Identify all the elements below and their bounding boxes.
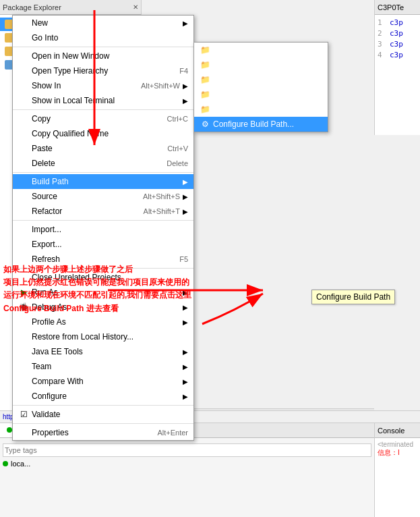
copy-icon <box>18 113 29 124</box>
java-ee-arrow: ▶ <box>183 348 188 356</box>
add-libraries-icon: 📁 <box>200 104 210 115</box>
menu-item-properties-label: Properties <box>32 428 144 437</box>
menu-item-copy[interactable]: Copy Ctrl+C <box>13 111 193 126</box>
menu-item-new[interactable]: New ▶ <box>13 16 193 30</box>
copy-qualified-icon <box>18 128 29 139</box>
add-archives-icon: 📁 <box>200 89 210 100</box>
use-as-source-icon: 📁 <box>200 74 210 85</box>
refresh-shortcut: F5 <box>179 255 188 263</box>
separator-4 <box>13 220 193 221</box>
menu-item-paste[interactable]: Paste Ctrl+V <box>13 141 193 156</box>
submenu-link-source-label: Link Source... <box>213 45 322 55</box>
menu-item-profile-as-label: Profile As <box>32 317 180 327</box>
menu-item-type-hierarchy[interactable]: Open Type Hierarchy F4 <box>13 63 193 78</box>
green-status-dot <box>7 427 12 433</box>
profile-as-icon <box>18 317 29 327</box>
configure-build-path-icon: ⚙ <box>200 119 210 130</box>
type-tags-input[interactable] <box>3 443 371 457</box>
menu-item-source[interactable]: Source Alt+Shift+S ▶ <box>13 189 193 204</box>
menu-item-go-into[interactable]: Go Into <box>13 30 193 45</box>
new-source-folder-icon: 📁 <box>200 59 210 70</box>
export-icon <box>18 239 29 250</box>
team-arrow: ▶ <box>183 363 188 371</box>
compare-with-arrow: ▶ <box>183 378 188 385</box>
menu-item-new-label: New <box>32 18 180 28</box>
menu-item-export[interactable]: Export... <box>13 237 193 252</box>
show-in-arrow: ▶ <box>183 82 188 90</box>
source-arrow: ▶ <box>183 193 188 200</box>
annotation-line-3: 运行环境和现在环境不匹配引起的,我们需要点击这里 <box>3 289 191 302</box>
submenu-item-add-libraries[interactable]: 📁 Add Libraries... <box>194 102 328 117</box>
team-icon <box>18 361 29 372</box>
new-arrow-icon: ▶ <box>183 20 188 27</box>
configure-build-path-tooltip: Configure Build Path <box>311 290 395 304</box>
tooltip-text: Configure Build Path <box>316 292 390 302</box>
annotation-line-2: 项目上仍然提示红色错误可能是我们项目原来使用的 <box>3 276 191 289</box>
refactor-arrow: ▶ <box>183 208 188 215</box>
annotation-line-4: Configure Build Path 进去查看 <box>3 302 191 315</box>
configure-arrow: ▶ <box>183 393 188 400</box>
separator-6 <box>13 405 193 406</box>
menu-item-delete-label: Delete <box>32 159 153 168</box>
annotation-text: 如果上边两个步骤上述步骤做了之后 项目上仍然提示红色错误可能是我们项目原来使用的… <box>3 263 191 315</box>
menu-item-refactor[interactable]: Refactor Alt+Shift+T ▶ <box>13 204 193 219</box>
validate-icon: ☑ <box>18 409 29 420</box>
submenu-configure-build-path-label: Configure Build Path... <box>213 119 322 129</box>
menu-item-import[interactable]: Import... <box>13 222 193 237</box>
code-line-4: 4 c3p <box>378 50 417 61</box>
import-icon <box>18 224 29 235</box>
submenu-item-add-archives[interactable]: 📁 Add External Archives... <box>194 87 328 102</box>
code-line-3: 3 c3p <box>378 39 417 50</box>
menu-item-build-path[interactable]: Build Path ▶ 📁 Link Source... 📁 New Sour… <box>13 174 193 189</box>
menu-item-open-window[interactable]: Open in New Window <box>13 49 193 63</box>
delete-icon <box>18 158 29 169</box>
console-header: Console <box>375 423 420 438</box>
local-green-dot <box>3 461 8 466</box>
menu-item-restore-history-label: Restore from Local History... <box>32 332 188 342</box>
show-terminal-icon <box>18 95 29 106</box>
panel-close-icon[interactable]: ✕ <box>133 3 138 11</box>
show-terminal-arrow: ▶ <box>183 97 188 105</box>
code-panel: C3P0Te 1 c3p 2 c3p 3 c3p 4 c3p <box>374 0 420 135</box>
submenu-item-new-source-folder[interactable]: 📁 New Source Folder... <box>194 57 328 72</box>
type-hierarchy-shortcut: F4 <box>179 67 188 75</box>
menu-item-properties[interactable]: Properties Alt+Enter <box>13 425 193 440</box>
delete-shortcut: Delete <box>167 159 188 167</box>
menu-item-profile-as[interactable]: Profile As ▶ <box>13 315 193 329</box>
separator-1 <box>13 47 193 47</box>
go-into-icon <box>18 32 29 43</box>
submenu-new-source-folder-label: New Source Folder... <box>213 60 322 70</box>
menu-item-delete[interactable]: Delete Delete <box>13 156 193 171</box>
menu-item-java-ee-label: Java EE Tools <box>32 347 180 356</box>
source-shortcut: Alt+Shift+S <box>143 192 180 200</box>
menu-item-team[interactable]: Team ▶ <box>13 359 193 374</box>
menu-item-compare-with[interactable]: Compare With ▶ <box>13 374 193 389</box>
submenu-item-configure-build-path[interactable]: ⚙ Configure Build Path... <box>194 117 328 132</box>
local-item: loca... <box>3 460 371 468</box>
source-icon <box>18 191 29 202</box>
build-path-submenu: 📁 Link Source... 📁 New Source Folder... … <box>193 42 328 132</box>
panel-header: Package Explorer ✕ <box>0 0 141 15</box>
code-lines: 1 c3p 2 c3p 3 c3p 4 c3p <box>375 15 420 63</box>
code-line-1: 1 c3p <box>378 18 417 28</box>
menu-item-compare-with-label: Compare With <box>32 377 180 386</box>
menu-item-import-label: Import... <box>32 225 188 234</box>
refactor-icon <box>18 206 29 217</box>
submenu-item-link-source[interactable]: 📁 Link Source... <box>194 43 328 57</box>
menu-item-copy-label: Copy <box>32 114 154 124</box>
configure-icon <box>18 391 29 402</box>
submenu-item-use-as-source[interactable]: 📁 Use as Source Folder <box>194 72 328 87</box>
menu-item-show-in[interactable]: Show In Alt+Shift+W ▶ <box>13 78 193 93</box>
context-menu: New ▶ Go Into Open in New Window Open Ty… <box>12 15 194 441</box>
separator-2 <box>13 109 193 110</box>
menu-item-validate[interactable]: ☑ Validate <box>13 407 193 422</box>
menu-item-show-terminal[interactable]: Show in Local Terminal ▶ <box>13 93 193 108</box>
console-terminated-text: <terminated <box>378 441 417 448</box>
menu-item-copy-qualified[interactable]: Copy Qualified Name <box>13 126 193 141</box>
menu-item-configure[interactable]: Configure ▶ <box>13 389 193 404</box>
menu-item-java-ee[interactable]: Java EE Tools ▶ <box>13 344 193 359</box>
separator-7 <box>13 423 193 424</box>
menu-item-go-into-label: Go Into <box>32 33 188 43</box>
menu-item-restore-history[interactable]: Restore from Local History... <box>13 329 193 344</box>
properties-shortcut: Alt+Enter <box>157 429 188 437</box>
